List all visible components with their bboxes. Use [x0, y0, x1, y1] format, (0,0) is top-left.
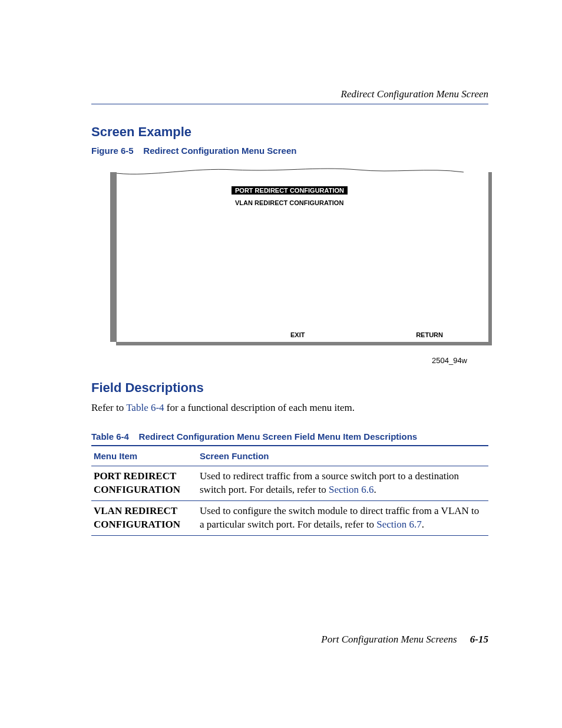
intro-paragraph: Refer to Table 6-4 for a functional desc… — [91, 401, 488, 415]
section-heading-field-descriptions: Field Descriptions — [91, 380, 488, 396]
terminal-screenshot: PORT REDIRECT CONFIGURATION VLAN REDIREC… — [110, 166, 488, 342]
terminal-torn-edge — [110, 166, 464, 176]
exit-button[interactable]: EXIT — [290, 331, 305, 338]
footer-chapter: Port Configuration Menu Screens — [321, 634, 457, 645]
col-header-screen-function: Screen Function — [197, 446, 488, 466]
cell-menu-item: PORT REDIRECT CONFIGURATION — [91, 466, 197, 500]
terminal-shadow — [488, 172, 492, 345]
func-text: Used to configure the switch module to d… — [200, 505, 479, 530]
func-text: . — [374, 484, 376, 495]
terminal-frame: PORT REDIRECT CONFIGURATION VLAN REDIREC… — [110, 166, 464, 342]
page: Redirect Configuration Menu Screen Scree… — [0, 0, 562, 728]
cell-menu-item: VLAN REDIRECT CONFIGURATION — [91, 500, 197, 535]
menu-item-vlan-redirect[interactable]: VLAN REDIRECT CONFIGURATION — [232, 199, 464, 206]
table-label: Table 6-4 — [91, 431, 129, 442]
terminal-left-bar — [110, 172, 117, 342]
terminal-footer: EXIT RETURN — [117, 331, 464, 338]
section-ref-link[interactable]: Section 6.6 — [329, 484, 374, 495]
figure-id: 2504_94w — [110, 348, 467, 365]
cell-screen-function: Used to redirect traffic from a source s… — [197, 466, 488, 500]
func-text: . — [422, 519, 424, 530]
menu-item-port-redirect[interactable]: PORT REDIRECT CONFIGURATION — [232, 186, 348, 195]
table-row: VLAN REDIRECT CONFIGURATION Used to conf… — [91, 500, 488, 535]
intro-text: Refer to — [91, 402, 126, 413]
table-ref-link[interactable]: Table 6-4 — [126, 402, 164, 413]
figure-caption: Figure 6-5 Redirect Configuration Menu S… — [91, 146, 488, 156]
figure-title: Redirect Configuration Menu Screen — [143, 146, 296, 156]
intro-text: for a functional description of each men… — [164, 402, 355, 413]
terminal-body: PORT REDIRECT CONFIGURATION VLAN REDIREC… — [117, 176, 464, 342]
figure-label: Figure 6-5 — [91, 146, 134, 156]
table-title: Redirect Configuration Menu Screen Field… — [139, 431, 418, 442]
cell-screen-function: Used to configure the switch module to d… — [197, 500, 488, 535]
table-row: PORT REDIRECT CONFIGURATION Used to redi… — [91, 466, 488, 500]
section-heading-screen-example: Screen Example — [91, 124, 488, 140]
table-caption: Table 6-4 Redirect Configuration Menu Sc… — [91, 431, 488, 442]
page-footer: Port Configuration Menu Screens 6-15 — [91, 634, 488, 645]
running-header: Redirect Configuration Menu Screen — [91, 88, 488, 104]
col-header-menu-item: Menu Item — [91, 446, 197, 466]
page-number: 6-15 — [470, 634, 488, 645]
section-ref-link[interactable]: Section 6.7 — [376, 519, 422, 530]
field-description-table: Menu Item Screen Function PORT REDIRECT … — [91, 445, 488, 536]
return-button[interactable]: RETURN — [416, 331, 443, 338]
terminal-shadow — [116, 342, 492, 345]
